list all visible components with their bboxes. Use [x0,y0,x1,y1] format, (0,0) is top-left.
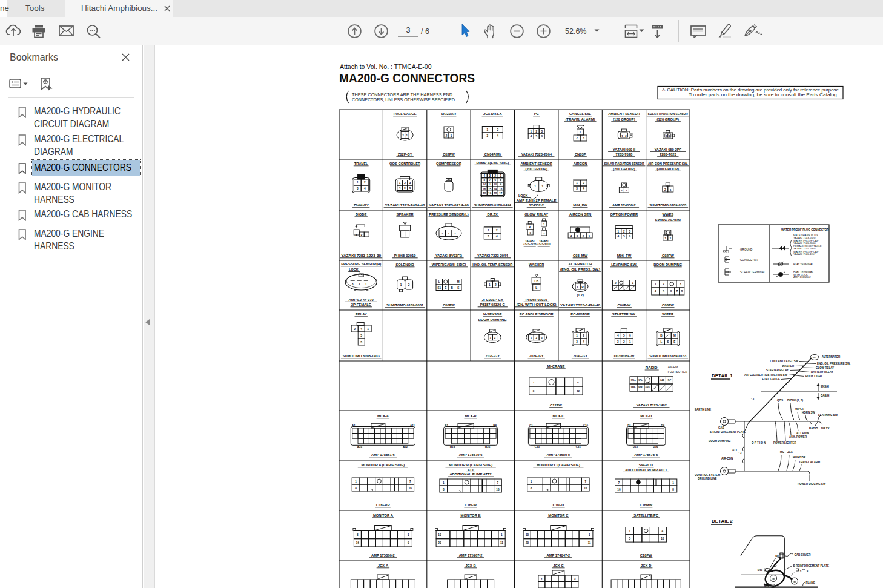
svg-text:YAZAKI 7323-1424-40: YAZAKI 7323-1424-40 [560,303,600,307]
svg-text:WASHER: WASHER [529,263,544,266]
svg-text:5: 5 [623,235,625,238]
svg-text:JCX-C: JCX-C [553,564,564,567]
svg-text:3: 3 [541,130,543,133]
svg-text:AMP EJ(II) 2P FEMALE: AMP EJ(II) 2P FEMALE [517,199,557,202]
svg-text:GND-: GND- [646,386,650,389]
svg-text:SOLAR-RADIATION SENSOR: SOLAR-RADIATION SENSOR [604,162,644,165]
svg-text:WWES: WWES [662,213,673,216]
svg-text:MC: MC [780,451,785,454]
svg-text:1: 1 [632,282,633,285]
svg-text:N-SENSOR: N-SENSOR [483,312,502,316]
svg-text:LOCK: LOCK [349,268,359,271]
svg-text:MONITOR A: MONITOR A [373,514,394,517]
svg-text:4: 4 [655,289,656,293]
svg-text:B8: B8 [493,424,497,427]
svg-text:2: 2 [621,189,623,192]
svg-text:3: 3 [680,282,681,286]
svg-text:L: L [438,280,440,283]
svg-text:YAZAKI 7123-7464-40: YAZAKI 7123-7464-40 [385,203,425,207]
svg-text:B: B [660,334,663,337]
svg-text:SPL+: SPL+ [631,379,636,382]
svg-text:2: 2 [663,282,664,286]
svg-text:WIPER: WIPER [795,408,805,411]
svg-text:QOS CONTROLER: QOS CONTROLER [389,162,421,165]
svg-text:1: 1 [400,283,402,286]
svg-text:16: 16 [356,541,360,544]
svg-text:4: 4 [484,174,486,177]
svg-text:14: 14 [494,188,497,191]
svg-text:1: 1 [442,232,443,235]
svg-text:1: 1 [501,533,503,537]
svg-text:MONITOR A (CAB/H SIDE): MONITOR A (CAB/H SIDE) [362,463,405,467]
svg-text:1: 1 [357,181,359,184]
svg-text:2: 2 [669,134,670,137]
svg-text:RELAY: RELAY [356,312,367,316]
svg-text:N-P: N-P [668,379,672,382]
svg-text:SW-BOX: SW-BOX [639,463,653,467]
svg-text:OPTION POWER: OPTION POWER [610,213,639,216]
svg-text:C16MW: C16MW [640,503,652,507]
svg-text:1: 1 [408,533,409,537]
svg-text:C06FW: C06FW [443,303,455,307]
svg-text:CAB/H: CAB/H [821,394,829,397]
svg-text:1: 1 [487,128,489,131]
svg-text:WIPER: WIPER [662,312,674,316]
svg-text:5: 5 [404,187,406,190]
svg-text:BOOM DUMPING: BOOM DUMPING [653,263,683,266]
svg-text:8: 8 [357,533,359,537]
svg-text:C10FW: C10FW [640,553,652,557]
svg-text:SCREW TERMINAL: SCREW TERMINAL [740,271,766,274]
svg-text:AMBIENT SENSOR: AMBIENT SENSOR [520,162,552,165]
svg-text:MCX-D: MCX-D [640,414,652,418]
svg-text:GROUND LINE: GROUND LINE [698,477,717,480]
svg-text:LEARNING SW.: LEARNING SW. [611,263,637,266]
svg-text:(120 GROUP): (120 GROUP) [657,117,679,121]
svg-text:3: 3 [409,182,411,185]
svg-text:ALTERNATOR: ALTERNATOR [569,262,593,266]
svg-text:POWER DIGGING SW: POWER DIGGING SW [798,483,826,486]
svg-text:AIR CLEANER RESTRICTION SW: AIR CLEANER RESTRICTION SW [744,374,788,377]
svg-text:PH065-02010: PH065-02010 [526,298,547,302]
svg-text:BATTERY RELAY: BATTERY RELAY [811,371,833,374]
svg-text:L: L [577,286,579,289]
svg-text:SPR-: SPR- [638,386,643,389]
svg-text:AIR-CON: AIR-CON [721,457,733,460]
svg-text:1: 1 [500,174,502,177]
svg-text:13: 13 [499,188,502,191]
svg-text:15: 15 [488,188,491,191]
svg-text:JCX-D: JCX-D [641,564,651,567]
svg-text:16: 16 [409,487,412,490]
svg-text:11: 11 [588,541,591,544]
svg-text:1: 1 [530,130,532,133]
svg-text:11: 11 [488,183,491,186]
svg-text:1: 1 [489,336,491,339]
svg-text:K: K [361,234,363,237]
svg-text:O P T I O N: O P T I O N [752,441,766,444]
svg-text:GROUND: GROUND [740,248,753,251]
svg-text:YAZAKI: YAZAKI [539,239,548,242]
svg-text:2: 2 [495,283,497,286]
svg-text:YAZAKI 7323-2064: YAZAKI 7323-2064 [521,153,552,156]
svg-text:2: 2 [496,229,498,232]
svg-text:RADIO: RADIO [809,427,818,430]
svg-text:4: 4 [570,234,572,237]
svg-text:11: 11 [500,541,503,544]
svg-text:1: 1 [629,530,630,533]
svg-text:1: 1 [531,336,532,339]
svg-text:6: 6 [495,179,497,182]
svg-text:174352-2: 174352-2 [529,203,544,207]
svg-text:AMP 178861-6: AMP 178861-6 [371,453,395,457]
svg-text:8: 8 [807,570,809,573]
svg-text:HORN SW: HORN SW [802,411,816,414]
svg-text:ENS/H: ENS/H [821,385,829,388]
svg-text:SPEAKER: SPEAKER [397,213,414,216]
svg-text:4: 4 [497,134,499,137]
svg-text:2: 2 [543,232,545,235]
svg-text:1: 1 [451,134,452,137]
svg-text:10: 10 [494,183,497,186]
svg-text:DETAIL 1: DETAIL 1 [712,373,733,378]
svg-text:8: 8 [484,179,486,182]
svg-text:601: 601 [813,357,816,359]
svg-text:PRESSURE SENSOR(H): PRESSURE SENSOR(H) [341,262,381,266]
svg-text:Z02F-GY: Z02F-GY [485,354,500,358]
